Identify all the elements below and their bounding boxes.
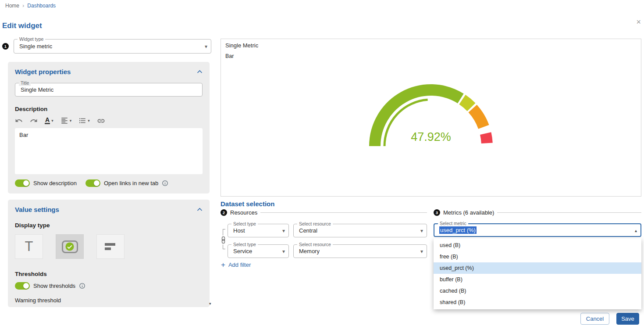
show-thresholds-label: Show thresholds [33,283,75,289]
select-type-value: Host [233,227,245,234]
list-button[interactable]: ▾ [78,117,90,125]
select-resource-central[interactable]: Select resource Central ▾ [293,224,427,237]
link-icon[interactable] [97,117,105,125]
text-color-button[interactable]: A ▾ [45,117,53,124]
resource-row: Select type Service ▾ Select resource Me… [228,244,427,258]
select-resource-memory[interactable]: Select resource Memory ▾ [293,244,427,258]
display-type-label: Display type [15,222,203,229]
bullet-list-icon [78,117,86,125]
collapse-chevron-icon[interactable] [197,70,203,74]
rich-text-toolbar: A ▾ ▾ ▾ [15,115,203,126]
step-2-badge: 2 [221,209,227,216]
title-input[interactable]: Title Single Metric [15,83,203,97]
text-color-icon: A [45,117,50,124]
resource-link-connector [221,222,228,258]
close-icon[interactable]: × [636,18,641,26]
widget-type-label: Widget type [18,36,45,42]
description-toggles-row: Show description Open links in new tab [15,179,203,187]
metric-select[interactable]: Select metric used_prct (%) ▴ [434,223,641,237]
save-button[interactable]: Save [616,313,639,325]
widget-type-select[interactable]: Widget type Single metric ▾ [14,39,211,54]
add-filter-button[interactable]: + Add filter [221,262,251,268]
metric-option[interactable]: shared (B) [434,297,641,308]
widget-type-row: 1 Widget type Single metric ▾ [2,39,211,54]
add-filter-label: Add filter [228,262,251,268]
metric-option[interactable]: buffer (B) [434,274,641,285]
undo-icon[interactable] [15,117,23,125]
metric-select-label: Select metric [438,221,468,226]
breadcrumb: Home › Dashboards [5,2,56,9]
select-type-service[interactable]: Select type Service ▾ [228,244,289,258]
select-type-label: Select type [231,221,258,227]
chevron-down-icon: ▾ [205,43,207,50]
metric-select-value: used_prct (%) [439,226,477,234]
gauge-value: 47.92% [411,130,451,143]
widget-type-value: Single metric [19,43,52,50]
chevron-up-icon: ▴ [635,228,637,233]
resource-row: Select type Host ▾ Select resource Centr… [228,224,427,237]
plus-icon: + [221,262,225,268]
chevron-down-icon: ▾ [282,228,285,234]
divider [497,212,641,213]
info-icon[interactable] [79,283,85,289]
text-display-icon: T [25,239,33,254]
widget-properties-section: Widget properties Title Single Metric De… [8,62,210,193]
select-resource-label: Select resource [297,242,333,247]
select-type-label: Select type [231,242,258,247]
description-editor[interactable]: Bar [15,128,203,174]
resources-label: Resources [230,209,257,216]
preview-title: Single Metric [225,42,258,49]
warning-threshold-label: Warning threshold [15,297,203,304]
show-description-label: Show description [33,180,77,186]
metric-option-selected[interactable]: used_prct (%) [434,262,641,274]
thresholds-toggle-row: Show thresholds [15,282,203,290]
cancel-button[interactable]: Cancel [580,313,609,325]
metric-option[interactable]: cached (B) [434,285,641,297]
page-title: Edit widget [2,21,42,30]
align-button[interactable]: ▾ [60,117,72,125]
check-circle-icon [65,242,75,252]
metric-option[interactable]: free (B) [434,251,641,262]
dataset-selection-heading: Dataset selection [221,200,274,208]
metric-option[interactable]: used (B) [434,240,641,251]
open-links-toggle[interactable] [85,179,100,187]
title-input-value: Single Metric [21,86,53,93]
show-description-toggle[interactable] [15,179,30,187]
scrollbar-down-arrow[interactable]: ▾ [209,301,211,306]
info-icon[interactable] [162,180,168,186]
open-links-label: Open links in new tab [104,180,158,186]
thresholds-label: Thresholds [15,271,203,277]
widget-preview-panel: Single Metric Bar 47.92% [221,39,641,197]
value-settings-section: Value settings Display type T Threshol [8,200,210,307]
show-thresholds-toggle[interactable] [15,282,30,290]
chevron-down-icon: ▾ [282,248,285,254]
footer-actions: Cancel Save [580,313,639,325]
select-type-host[interactable]: Select type Host ▾ [228,224,289,237]
metric-options-menu: used (B) free (B) used_prct (%) buffer (… [434,238,641,309]
select-resource-value: Central [299,227,317,234]
redo-icon[interactable] [30,117,38,125]
display-type-text-button[interactable]: T [15,234,43,259]
display-type-gauge-button[interactable] [56,234,84,259]
gauge-chart: 47.92% [365,80,497,150]
breadcrumb-chevron-icon: › [22,2,24,9]
display-type-bar-button[interactable] [96,234,125,259]
link-chain-icon [221,236,226,245]
breadcrumb-dashboards-link[interactable]: Dashboards [27,3,56,9]
select-resource-label: Select resource [297,221,333,227]
step-1-badge: 1 [2,43,9,50]
preview-description: Bar [225,53,234,59]
collapse-chevron-icon[interactable] [197,208,203,211]
chevron-down-icon: ▾ [420,248,423,254]
title-input-label: Title [19,80,31,86]
chevron-down-icon: ▾ [51,118,53,123]
resources-header: 2 Resources [221,209,427,216]
value-settings-heading: Value settings [15,206,59,213]
breadcrumb-home-link[interactable]: Home [5,3,19,9]
select-resource-value: Memory [299,248,320,254]
select-type-value: Service [233,248,252,254]
metrics-label: Metrics (6 available) [443,209,494,216]
metrics-header: 3 Metrics (6 available) [434,209,641,216]
chevron-down-icon: ▾ [70,118,72,123]
widget-properties-heading: Widget properties [15,68,71,75]
